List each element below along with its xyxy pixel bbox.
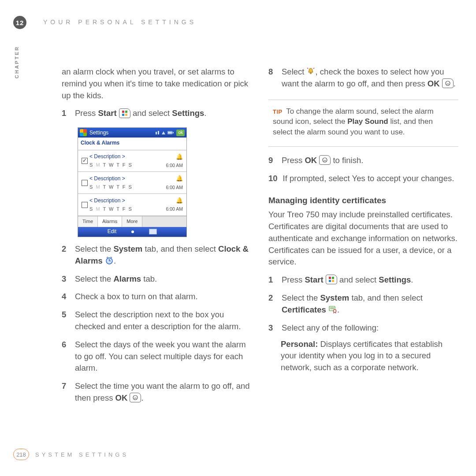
- step-3: 3 Select the Alarms tab.: [62, 273, 252, 285]
- screenshot-tabs: Time Alarms More: [78, 216, 186, 227]
- step-8: 8 Select , check the boxes to select how…: [268, 66, 458, 90]
- step-number: 3: [62, 273, 70, 285]
- personal-certificates-desc: Personal: Displays certificates that est…: [281, 338, 458, 374]
- alarm-description: < Description >: [89, 153, 161, 160]
- ok-key-icon: ok: [319, 155, 331, 165]
- alarm-row: ✓ < Description > 🔔 S M T W T F S 6:00 A…: [78, 150, 186, 172]
- bell-icon: 🔔: [161, 153, 183, 161]
- subheading-certificates: Managing identity certificates: [268, 194, 458, 207]
- status-icons: [155, 130, 174, 135]
- step-number: 4: [62, 291, 70, 303]
- screenshot-edit-label: Edit: [108, 228, 117, 235]
- step-number: 9: [268, 155, 276, 167]
- chapter-label: CHAPTER: [14, 0, 19, 43]
- alarm-checkbox-icon: [82, 202, 88, 208]
- svg-point-14: [310, 73, 311, 74]
- svg-rect-5: [158, 131, 159, 134]
- alarm-checkbox-icon: [82, 180, 88, 186]
- step-number: 1: [62, 108, 70, 119]
- tab-alarms: Alarms: [98, 216, 122, 227]
- step-10: 10 If prompted, select Yes to accept you…: [268, 173, 458, 185]
- alarm-description: < Description >: [89, 197, 161, 205]
- step-number: 8: [268, 66, 276, 90]
- step-1: 1 Press Start and select Settings.: [62, 108, 252, 119]
- svg-point-26: [333, 309, 336, 312]
- step-4: 4 Check a box to turn on that alarm.: [62, 291, 252, 303]
- alarm-checkbox-icon: ✓: [82, 158, 88, 164]
- svg-text:ok: ok: [446, 82, 449, 85]
- ok-key-icon: ok: [442, 78, 454, 88]
- svg-rect-19: [329, 277, 331, 279]
- screenshot-ok-button: ok: [176, 130, 185, 136]
- windows-flag-icon: [80, 129, 87, 136]
- alarm-time: 6:00 AM: [161, 184, 183, 191]
- alarm-days: S M T W T F S: [89, 184, 161, 191]
- alarm-row: < Description > 🔔 S M T W T F S 6:00 AM: [78, 194, 186, 216]
- svg-rect-4: [156, 132, 157, 134]
- svg-text:ok: ok: [134, 397, 137, 399]
- start-key-icon: [119, 108, 130, 118]
- svg-rect-0: [122, 111, 124, 113]
- step-number: 3: [268, 322, 276, 334]
- right-column: 8 Select , check the boxes to select how…: [268, 66, 458, 404]
- page-footer: 218 SYSTEM SETTINGS: [13, 449, 129, 460]
- step-number: 6: [62, 339, 70, 374]
- center-dot-icon: [131, 231, 134, 233]
- svg-rect-2: [122, 114, 124, 116]
- step-9: 9 Press OK ok to finish.: [268, 155, 458, 167]
- svg-rect-22: [332, 280, 334, 282]
- alarm-days: S M T W T F S: [89, 162, 161, 169]
- screenshot-subtitle: Clock & Alarms: [78, 138, 186, 150]
- alarm-days: S M T W T F S: [89, 206, 161, 213]
- svg-rect-20: [332, 277, 334, 279]
- alarm-row: < Description > 🔔 S M T W T F S 6:00 AM: [78, 172, 186, 194]
- tip-label: TIP: [273, 108, 283, 115]
- svg-rect-7: [168, 132, 172, 134]
- cert-step-1: 1 Press Start and select Settings.: [268, 274, 458, 286]
- step-7: 7 Select the time you want the alarm to …: [62, 380, 252, 404]
- svg-rect-1: [125, 111, 127, 113]
- cert-step-2: 2 Select the System tab, and then select…: [268, 292, 458, 316]
- step-number: 5: [62, 309, 70, 333]
- keyboard-icon: [149, 229, 157, 234]
- step-number: 1: [268, 274, 276, 286]
- svg-rect-8: [173, 132, 174, 134]
- step-number: 7: [62, 380, 70, 404]
- certificates-intro: Your Treo 750 may include preinstalled c…: [268, 209, 458, 268]
- svg-text:ok: ok: [324, 159, 326, 162]
- step-5: 5 Select the description next to the box…: [62, 309, 252, 333]
- alarm-time: 6:00 AM: [161, 162, 183, 169]
- start-key-icon: [326, 275, 337, 284]
- cert-step-3: 3 Select any of the following:: [268, 322, 458, 334]
- step-2: 2 Select the System tab, and then select…: [62, 243, 252, 267]
- tab-time: Time: [78, 216, 98, 227]
- step-number: 10: [268, 173, 278, 185]
- clock-alarms-icon: [105, 256, 114, 265]
- intro-paragraph: an alarm clock when you travel, or set a…: [62, 66, 252, 101]
- step-6: 6 Select the days of the week you want t…: [62, 339, 252, 374]
- left-column: an alarm clock when you travel, or set a…: [62, 66, 252, 404]
- alarm-bell-icon: [307, 67, 316, 76]
- clock-alarms-screenshot: Settings ok Clock & Alarms ✓ < Descripti…: [78, 127, 187, 237]
- screenshot-footer: Edit: [78, 227, 186, 237]
- bell-icon: 🔔: [161, 197, 183, 205]
- tip-box: TIP To change the alarm sound, select th…: [268, 100, 458, 147]
- screenshot-title-bar: Settings ok: [78, 128, 186, 138]
- ok-key-icon: ok: [130, 393, 141, 402]
- page-number: 218: [13, 449, 29, 460]
- running-head: YOUR PERSONAL SETTINGS: [43, 19, 197, 26]
- bell-icon: 🔔: [161, 175, 183, 183]
- step-number: 2: [268, 292, 276, 316]
- svg-rect-21: [329, 280, 331, 282]
- certificates-icon: [328, 305, 337, 314]
- alarm-description: < Description >: [89, 175, 161, 182]
- footer-section: SYSTEM SETTINGS: [35, 451, 129, 458]
- svg-rect-3: [125, 114, 127, 116]
- tab-more: More: [122, 216, 142, 227]
- screenshot-title: Settings: [89, 129, 108, 137]
- alarm-time: 6:00 AM: [161, 206, 183, 212]
- step-number: 2: [62, 243, 70, 267]
